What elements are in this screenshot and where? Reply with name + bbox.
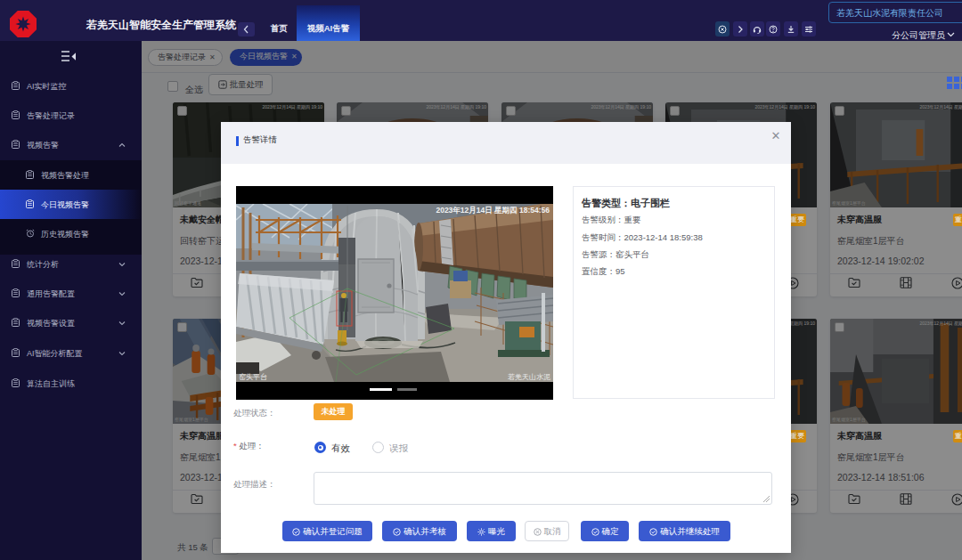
svg-text:2023年12月14日 星期四 18:54:56: 2023年12月14日 星期四 18:54:56 (436, 206, 550, 215)
svg-text:窑头平台: 窑头平台 (239, 373, 267, 381)
svg-text:若羌天山水泥: 若羌天山水泥 (508, 373, 550, 381)
